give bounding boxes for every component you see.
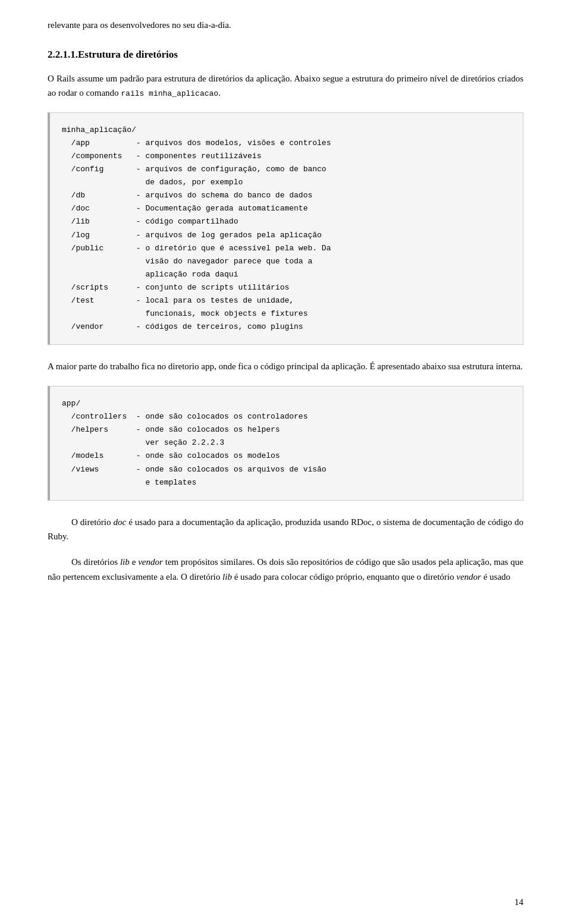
para1-end: .: [218, 88, 221, 98]
para4-start: Os diretórios: [71, 557, 120, 567]
code-block-1: minha_aplicação/ /app - arquivos dos mod…: [48, 112, 523, 345]
body-text-para2: A maior parte do trabalho fica no direto…: [48, 359, 523, 374]
para4-italic3: lib: [222, 572, 232, 582]
para4-mid1: e: [130, 557, 138, 567]
page-number: 14: [514, 897, 523, 907]
body-text-para4: Os diretórios lib e vendor tem propósito…: [48, 555, 523, 584]
para4-mid3: é usado para colocar código próprio, enq…: [232, 572, 456, 582]
para1-text: O Rails assume um padrão para estrutura …: [48, 74, 523, 98]
section-heading: 2.2.1.1.Estrutura de diretórios: [48, 49, 523, 61]
para4-italic4: vendor: [456, 572, 481, 582]
body-text-para3: O diretório doc é usado para a documenta…: [48, 515, 523, 545]
intro-text: relevante para os desenvolvedores no seu…: [48, 18, 523, 32]
para3-start: O diretório: [71, 517, 114, 527]
code-block-2: app/ /controllers - onde são colocados o…: [48, 386, 523, 501]
para4-italic2: vendor: [138, 557, 163, 567]
para4-end: é usado: [481, 572, 510, 582]
para1-code: rails minha_aplicacao: [121, 89, 218, 98]
para4-italic1: lib: [120, 557, 130, 567]
para3-italic: doc: [114, 517, 127, 527]
section-para1: O Rails assume um padrão para estrutura …: [48, 71, 523, 100]
